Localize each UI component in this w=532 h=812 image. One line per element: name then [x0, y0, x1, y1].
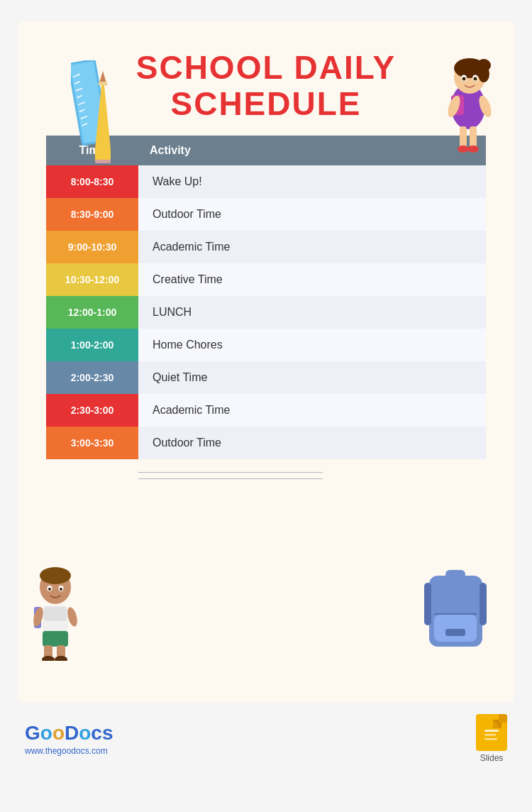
svg-marker-14	[100, 71, 106, 82]
schedule-table: Time Activity 8:00-8:30Wake Up!8:30-9:00…	[46, 136, 486, 459]
svg-rect-53	[445, 629, 465, 636]
svg-point-46	[55, 656, 67, 661]
svg-rect-27	[460, 126, 467, 148]
activity-cell: Home Chores	[138, 329, 486, 361]
svg-rect-48	[434, 615, 477, 642]
table-row: 8:30-9:00Outdoor Time	[46, 198, 486, 231]
svg-rect-57	[484, 730, 499, 732]
svg-point-30	[467, 146, 479, 153]
time-cell: 2:00-2:30	[46, 361, 138, 394]
logo-url: www.thegoodocs.com	[25, 746, 113, 756]
activity-cell: LUNCH	[138, 296, 486, 329]
slides-icon	[476, 714, 507, 751]
table-row: 10:30-12:00Creative Time	[46, 263, 486, 296]
svg-rect-51	[424, 583, 431, 625]
activity-cell: Academic Time	[138, 231, 486, 263]
signature-lines	[138, 472, 486, 479]
svg-rect-11	[95, 149, 111, 160]
svg-rect-28	[470, 126, 477, 148]
svg-rect-42	[43, 631, 68, 647]
main-card: SCHOOL DAILY SCHEDULE Time Activity 8:00…	[18, 21, 514, 703]
slides-label: Slides	[480, 753, 504, 763]
table-row: 8:00-8:30Wake Up!	[46, 165, 486, 198]
footer-left: GooDocs www.thegoodocs.com	[25, 722, 113, 756]
svg-rect-12	[95, 160, 111, 163]
table-row: 3:00-3:30Outdoor Time	[46, 427, 486, 459]
table-row: 2:00-2:30Quiet Time	[46, 361, 486, 394]
activity-cell: Wake Up!	[138, 165, 486, 198]
time-cell: 8:00-8:30	[46, 165, 138, 198]
activity-cell: Academic Time	[138, 394, 486, 427]
svg-point-37	[48, 588, 51, 591]
svg-rect-58	[484, 734, 496, 736]
svg-point-38	[60, 588, 62, 591]
activity-cell: Outdoor Time	[138, 198, 486, 231]
svg-rect-59	[484, 738, 497, 740]
svg-point-19	[477, 59, 491, 72]
pencil-decoration	[92, 71, 113, 166]
time-cell: 10:30-12:00	[46, 263, 138, 296]
table-row: 2:30-3:00Academic Time	[46, 394, 486, 427]
time-cell: 9:00-10:30	[46, 231, 138, 263]
activity-cell: Outdoor Time	[138, 427, 486, 459]
svg-point-45	[42, 656, 55, 661]
footer: GooDocs www.thegoodocs.com Slides	[18, 714, 514, 763]
backpack-decoration	[419, 561, 497, 664]
activity-cell: Quiet Time	[138, 361, 486, 394]
svg-point-34	[40, 567, 71, 584]
svg-rect-49	[445, 570, 465, 578]
table-row: 9:00-10:30Academic Time	[46, 231, 486, 263]
time-cell: 2:30-3:00	[46, 394, 138, 427]
sig-line-2	[138, 478, 323, 479]
girl-character	[426, 43, 511, 159]
time-cell: 3:00-3:30	[46, 427, 138, 459]
table-row: 1:00-2:00Home Chores	[46, 329, 486, 361]
table-row: 12:00-1:00LUNCH	[46, 296, 486, 329]
svg-point-23	[474, 77, 477, 81]
time-cell: 8:30-9:00	[46, 198, 138, 231]
time-cell: 12:00-1:00	[46, 296, 138, 329]
logo: GooDocs	[25, 722, 113, 745]
slides-badge: Slides	[476, 714, 507, 763]
boy-character	[21, 554, 99, 664]
activity-cell: Creative Time	[138, 263, 486, 296]
svg-point-22	[462, 77, 466, 81]
svg-rect-32	[44, 607, 67, 621]
sig-line-1	[138, 472, 323, 473]
time-cell: 1:00-2:00	[46, 329, 138, 361]
svg-point-29	[458, 146, 469, 153]
svg-rect-52	[480, 583, 487, 625]
